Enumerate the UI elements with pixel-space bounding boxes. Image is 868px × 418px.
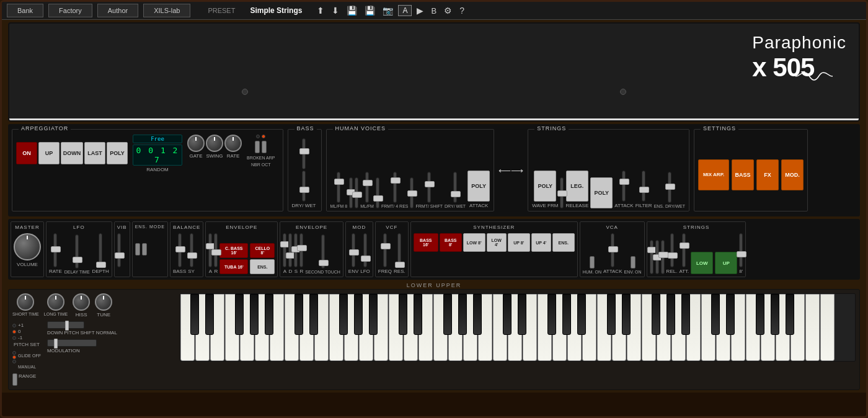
pitch-shift-strip[interactable] (47, 321, 84, 329)
black-key[interactable] (562, 294, 571, 335)
tuba16-button[interactable]: TUBA 16' (219, 259, 248, 274)
settings-fx-button[interactable]: FX (756, 159, 779, 190)
black-key[interactable] (265, 294, 273, 335)
black-key[interactable] (622, 294, 631, 335)
synth-ens-button[interactable]: ENS. (552, 233, 575, 252)
black-key[interactable] (354, 294, 363, 335)
long-time-knob[interactable] (47, 293, 64, 311)
short-time-knob[interactable] (17, 293, 34, 311)
author-name-button[interactable]: XILS-lab (143, 4, 190, 17)
synth-bass8-button[interactable]: BASS 8' (440, 233, 462, 252)
str-leg-button[interactable]: LEG. (566, 171, 588, 202)
black-key[interactable] (250, 294, 259, 335)
mod-strip[interactable] (47, 339, 97, 347)
black-key[interactable] (294, 294, 303, 335)
arrow-down-icon[interactable]: ⬇ (329, 4, 342, 17)
arp-gate-label: GATE (189, 153, 202, 159)
save-icon[interactable]: 💾 (344, 4, 360, 17)
camera-icon[interactable]: 📷 (380, 4, 396, 17)
arp-last-button[interactable]: LAST (84, 142, 105, 164)
str-poly-2-button[interactable]: POLY (590, 177, 613, 208)
mod-thumb[interactable] (54, 339, 58, 349)
author-button[interactable]: Author (97, 4, 138, 17)
arp-on-button[interactable]: ON (16, 142, 37, 164)
arp-poly-button[interactable]: POLY (107, 142, 128, 164)
str-up-button[interactable]: UP (715, 252, 737, 274)
black-key[interactable] (473, 294, 482, 335)
black-key[interactable] (369, 294, 378, 335)
black-key[interactable] (458, 294, 467, 335)
black-key[interactable] (518, 294, 526, 335)
black-key[interactable] (726, 294, 735, 335)
str-poly-button[interactable]: POLY (534, 171, 556, 202)
synth-up4-button[interactable]: UP 4' (531, 233, 551, 252)
lfo-delay-track[interactable] (75, 234, 79, 269)
black-key[interactable] (577, 294, 586, 335)
lfo-depth-track[interactable] (99, 233, 102, 267)
black-key[interactable] (547, 294, 556, 335)
arp-up-button[interactable]: UP (38, 142, 60, 164)
tune-knob[interactable] (95, 293, 112, 311)
black-key[interactable] (711, 294, 720, 335)
arp-rate-knob[interactable] (224, 135, 242, 152)
master-volume-knob[interactable] (14, 233, 41, 260)
keyboard-lower-row: +1 0 -1 PITCH SET (12, 321, 174, 386)
broken-arp-switch-1[interactable] (255, 141, 260, 153)
str-release-label: RELEASE (565, 203, 588, 208)
vca-env-switch[interactable] (631, 256, 636, 269)
synth-low4-button[interactable]: LOW 4' (487, 233, 507, 252)
black-key[interactable] (235, 294, 244, 335)
black-key[interactable] (756, 294, 764, 335)
factory-button[interactable]: Factory (48, 4, 92, 17)
hv-poly-button[interactable]: POLY (467, 171, 490, 202)
range-toggle[interactable] (12, 373, 17, 386)
black-key[interactable] (399, 294, 407, 335)
black-key[interactable] (503, 294, 512, 335)
bass-fader-1-track[interactable] (302, 138, 306, 169)
env-bass-ens-button[interactable]: ENS. (250, 259, 275, 274)
arrow-up-icon[interactable]: ⬆ (314, 4, 327, 17)
synth-low8-button[interactable]: LOW 8' (463, 233, 485, 252)
black-key[interactable] (309, 294, 318, 335)
cello8-button[interactable]: CELLO 8' (250, 243, 275, 258)
ens-mode-switch-1[interactable] (135, 243, 140, 256)
bass-fader-2-track[interactable] (302, 171, 306, 202)
mix-arp-button[interactable]: MIX ARP. (698, 159, 729, 190)
white-key[interactable] (805, 294, 820, 361)
vib-track[interactable] (117, 233, 121, 267)
arp-gate-knob[interactable] (187, 135, 205, 152)
arp-down-button[interactable]: DOWN (61, 142, 83, 164)
pitch-shift-thumb[interactable] (65, 321, 69, 331)
settings-mod-button[interactable]: MOD. (781, 159, 804, 190)
black-key[interactable] (666, 294, 675, 335)
black-key[interactable] (786, 294, 794, 335)
synth-up8-button[interactable]: UP 8' (508, 233, 530, 252)
broken-arp-switch-2[interactable] (262, 141, 267, 153)
black-key[interactable] (414, 294, 422, 335)
black-key[interactable] (652, 294, 660, 335)
hiss-knob[interactable] (73, 293, 90, 311)
str-low-button[interactable]: LOW (691, 252, 713, 274)
black-key[interactable] (205, 294, 214, 335)
settings-icon[interactable]: ⚙ (441, 4, 454, 17)
black-key[interactable] (190, 294, 199, 335)
help-icon[interactable]: ? (457, 4, 467, 17)
a-button[interactable]: A (398, 5, 412, 16)
black-key[interactable] (443, 294, 452, 335)
black-key[interactable] (339, 294, 348, 335)
hv-fader-9: DRY/ WET (445, 172, 466, 208)
lfo-rate-track[interactable] (53, 233, 57, 267)
arp-swing-knob[interactable] (206, 135, 223, 152)
play-icon[interactable]: ▶ (414, 4, 426, 17)
settings-bass-button[interactable]: BASS (732, 159, 754, 190)
black-key[interactable] (771, 294, 779, 335)
ens-mode-switch-2[interactable] (142, 243, 147, 256)
vca-hum-switch[interactable] (590, 256, 595, 269)
save-copy-icon[interactable]: 💾 (362, 4, 378, 17)
bank-button[interactable]: Bank (7, 4, 43, 17)
black-key[interactable] (607, 294, 616, 335)
white-key[interactable] (820, 294, 835, 361)
cbass16-button[interactable]: C. BASS 16' (219, 243, 248, 258)
synth-bass16-button[interactable]: BASS 16' (414, 233, 438, 252)
black-key[interactable] (681, 294, 690, 335)
